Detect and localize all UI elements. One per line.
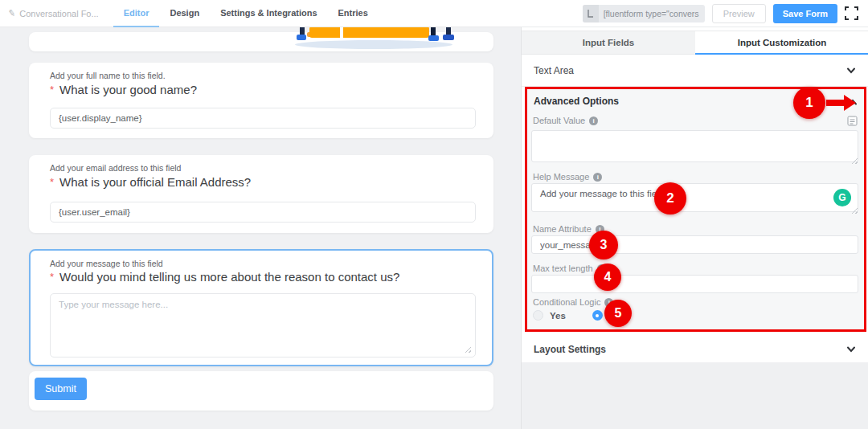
illustration-card [29,32,493,51]
field-card-name[interactable]: Add your full name to this field. *What … [29,63,493,138]
annotation-arrow [826,100,845,106]
submit-button[interactable]: Submit [35,378,87,400]
field-question: *Would you mind telling us more about th… [50,270,399,284]
required-mark: * [50,84,54,96]
topbar-actions: [fluentform type="convers Preview Save F… [583,4,858,23]
panel-tabs: Input Fields Input Customization [522,31,868,55]
help-message-textarea[interactable]: Add your message to this field [531,183,858,212]
chevron-down-icon [846,65,856,76]
message-field-textarea[interactable] [50,293,476,358]
advanced-options-title: Advanced Options [534,96,619,107]
name-attribute-label: Name Attribute i [533,224,604,234]
tab-design[interactable]: Design [159,0,210,27]
form-title: ✎ Conversational Fo... [8,8,99,18]
radio-no-selected[interactable] [592,310,603,321]
illustration-shoe [428,35,439,41]
panel-filler [522,362,868,429]
grammarly-icon[interactable]: G [833,189,851,206]
section-text-area-label: Text Area [534,65,574,76]
form-preview-canvas: Add your full name to this field. *What … [0,27,521,429]
annotation-badge-5: 5 [604,300,632,327]
help-message-label: Help Message i [533,172,602,182]
field-question: *What is your official Email Address? [50,175,251,189]
section-text-area[interactable]: Text Area [522,55,868,87]
field-card-message-selected[interactable]: Add your message to this field *Would yo… [29,249,493,366]
topbar-tabs: Editor Design Settings & Integrations En… [113,0,379,27]
annotation-badge-4: 4 [594,264,621,291]
illustration-shoe [443,35,454,40]
illustration-shoe [297,35,306,40]
radio-yes[interactable] [533,310,543,321]
tab-entries[interactable]: Entries [328,0,379,27]
form-title-text: Conversational Fo... [19,9,98,18]
info-icon[interactable]: i [593,173,602,182]
annotation-arrow-head [844,95,856,111]
annotation-badge-3: 3 [589,231,618,259]
save-form-button[interactable]: Save Form [773,4,837,23]
shortcode-icon [583,5,599,22]
field-card-email[interactable]: Add your email address to this field *Wh… [29,155,493,233]
default-value-label: Default Value i [533,116,598,125]
conditional-logic-label: Conditional Logic i [533,297,613,307]
shortcode-text: [fluentform type="convers [604,9,699,18]
info-icon[interactable]: i [589,116,598,125]
required-mark: * [50,176,54,188]
field-description: Add your full name to this field. [50,71,166,80]
submit-card: Submit [29,371,493,411]
smartcode-selector-icon[interactable] [847,115,858,129]
required-mark: * [50,271,54,283]
field-description: Add your email address to this field [50,163,181,173]
topbar: ✎ Conversational Fo... Editor Design Set… [0,0,868,27]
default-value-textarea[interactable] [531,130,858,162]
section-layout-settings[interactable]: Layout Settings [522,337,868,362]
edit-pencil-icon[interactable]: ✎ [7,7,16,18]
illustration-pencil-gap [340,27,343,38]
radio-yes-label[interactable]: Yes [550,311,566,321]
max-text-length-input[interactable] [531,275,858,293]
preview-button[interactable]: Preview [712,4,766,23]
tab-input-customization[interactable]: Input Customization [695,31,868,55]
illustration-pencil [309,27,429,38]
field-description: Add your message to this field [50,259,163,268]
email-field-input[interactable] [50,202,476,223]
fullscreen-icon[interactable] [845,6,858,20]
shortcode-chip[interactable]: [fluentform type="convers [583,5,705,22]
illustration-shadow [295,40,452,49]
name-field-input[interactable] [50,108,476,129]
settings-panel: Input Fields Input Customization Text Ar… [521,27,868,429]
tab-input-fields[interactable]: Input Fields [522,31,695,55]
advanced-options-section: Advanced Options Default Value i Help Me… [525,87,866,332]
tab-settings-integrations[interactable]: Settings & Integrations [210,0,327,27]
field-question: *What is your good name? [50,83,197,96]
annotation-badge-1: 1 [793,87,825,119]
annotation-badge-2: 2 [654,182,686,214]
name-attribute-input[interactable] [531,235,858,254]
fluent-forms-editor: ✎ Conversational Fo... Editor Design Set… [0,0,868,429]
section-layout-settings-label: Layout Settings [534,344,606,355]
chevron-down-icon [846,344,856,355]
tab-editor[interactable]: Editor [113,0,160,27]
